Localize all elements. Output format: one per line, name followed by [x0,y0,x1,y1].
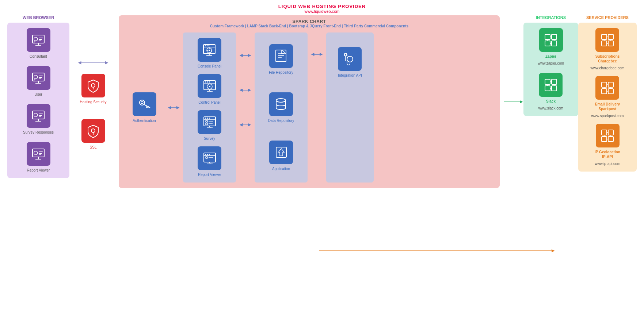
svg-rect-108 [608,34,613,39]
web-browser-label: WEB BROWSER [7,15,69,20]
svg-rect-5 [39,39,42,40]
hosting-security-col: Hosting Security SSL [69,15,117,150]
user-item: User [27,66,50,97]
control-panel-label: Control Panel [198,100,221,105]
ssl-item: SSL [81,119,105,150]
svg-rect-100 [552,79,557,84]
svg-point-87 [347,56,353,62]
survey-responses-icon-box [27,104,50,128]
svg-point-49 [205,81,206,82]
hosting-security-item: Hosting Security [80,74,107,104]
auth-label: Authentication [133,118,156,123]
svg-rect-91 [545,34,550,39]
integration-api-label: Integration API [338,73,362,78]
svg-rect-93 [545,41,550,46]
ip-geolocation-url: www.ip-api.com [595,161,620,166]
svg-point-42 [209,45,210,46]
svg-rect-107 [602,34,607,39]
data-repo-label: Data Repository [268,118,294,123]
svg-rect-99 [545,79,550,84]
main-layout: WEB BROWSER [4,15,640,188]
svg-point-44 [209,50,210,51]
spark-chart-title: SPARK CHART [124,19,494,24]
application-icon-box [269,141,293,164]
user-icon [31,71,46,85]
svg-rect-20 [39,116,41,117]
control-panel-icon [202,79,217,93]
provider-url: www.liquidweb.com [4,9,640,14]
consultant-icon-box [27,28,50,52]
survey-responses-label: Survey Responses [23,130,54,135]
report-viewer-item: Report Viewer [27,142,50,173]
svg-rect-79 [276,50,286,62]
slack-item: Slack www.slack.com [538,73,563,111]
svg-point-10 [34,75,38,79]
auth-item: Authentication [133,92,156,123]
main-container: SPARK CHART Custom Framework | LAMP Stac… [119,15,500,188]
svg-rect-12 [39,77,42,78]
ssl-icon-box [81,119,105,143]
spark-chart-subtitle: Custom Framework | LAMP Stack Back-End |… [124,24,494,28]
consultant-label: Consultant [30,54,47,59]
diagram-wrapper: LIQUID WEB HOSTING PROVIDER www.liquidwe… [0,0,644,311]
repo-api-arrows [310,32,323,183]
subscriptions-item: SubscriptionsChargebee www.chargebee.com [591,28,625,70]
svg-point-29 [91,84,95,87]
ssl-icon [86,124,100,138]
service-providers-label: SERVICE PROVIDERS [578,15,637,20]
svg-rect-94 [552,41,557,46]
svg-rect-13 [39,78,41,79]
survey-responses-item: Survey Responses [23,104,54,135]
email-delivery-label: Email DeliverySparkpost [595,102,620,111]
consultant-icon [31,33,46,47]
svg-rect-27 [39,154,41,155]
slack-label: Slack [546,99,556,104]
svg-rect-72 [206,157,207,158]
arrow-auth-panels [167,104,180,111]
report-viewer-icon-box [27,142,50,166]
email-delivery-url: www.sparkpost.com [591,114,624,118]
slack-icon [544,78,558,92]
slack-icon-box [539,73,563,97]
file-repo-item: File Repository [269,44,293,75]
svg-rect-11 [39,76,43,76]
control-panel-icon-box [198,74,221,98]
user-icon-box [27,66,50,90]
ip-geolocation-icon-box [596,124,620,147]
console-panel-icon-box [198,38,221,62]
service-providers-col: SERVICE PROVIDERS [578,15,637,172]
integrations-box: Zapier www.zapier.com [523,23,578,116]
hosting-security-label: Hosting Security [80,100,107,104]
slack-url: www.slack.com [538,106,563,111]
svg-rect-19 [39,115,42,116]
arrow-pr-3 [239,121,252,128]
web-browser-arrow [77,59,110,66]
survey-panel-label: Survey [204,136,215,141]
svg-point-3 [34,37,38,41]
svg-rect-61 [206,120,207,122]
survey-panel-icon [202,115,217,130]
api-integrations-arrow-col [502,98,523,105]
data-repo-icon [274,97,288,111]
spark-chart-header: SPARK CHART Custom Framework | LAMP Stac… [124,19,494,28]
ip-geolocation-icon [600,128,615,143]
subscriptions-label: SubscriptionsChargebee [595,54,620,64]
svg-marker-85 [278,149,284,156]
console-panel-label: Console Panel [198,64,221,69]
svg-rect-117 [602,89,607,94]
arrow-api-integrations [502,98,523,105]
svg-point-60 [209,118,210,119]
svg-rect-4 [39,38,43,38]
report-viewer-panel-icon [202,151,217,166]
svg-rect-25 [39,151,43,152]
security-items: Hosting Security SSL [80,74,107,150]
survey-panel-item: Survey [198,110,221,141]
survey-responses-icon [31,109,46,123]
repo-col: File Repository Data Repository [255,32,308,183]
svg-rect-109 [602,41,607,46]
svg-point-40 [205,45,206,46]
console-panel-item: Console Panel [198,38,221,69]
svg-point-88 [344,54,347,56]
service-providers-box: SubscriptionsChargebee www.chargebee.com [578,23,637,172]
web-browser-box: Consultant [7,23,69,178]
